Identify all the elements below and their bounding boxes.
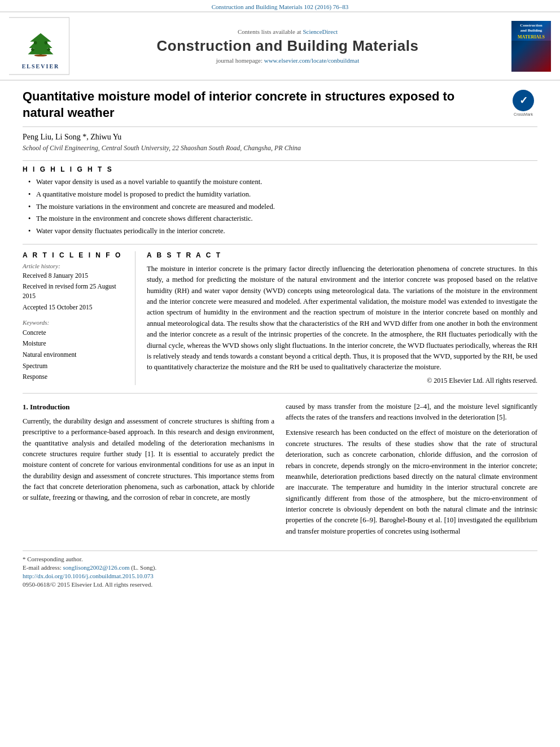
article-info-column: A R T I C L E I N F O Article history: R… <box>23 251 135 385</box>
corresponding-label: * Corresponding author. <box>23 556 83 562</box>
info-abstract-section: A R T I C L E I N F O Article history: R… <box>23 251 537 394</box>
cover-box: Constructionand Building MATERIALS <box>511 21 551 72</box>
intro-paragraph-2: caused by mass transfer from the moistur… <box>286 401 537 423</box>
journal-cover-logo: Constructionand Building MATERIALS <box>506 17 551 75</box>
science-direct-link[interactable]: ScienceDirect <box>303 28 338 35</box>
svg-marker-2 <box>28 33 54 55</box>
journal-homepage-link[interactable]: www.elsevier.com/locate/conbuildmat <box>264 57 360 64</box>
intro-paragraph-1: Currently, the durability design and ass… <box>23 416 274 504</box>
keyword-2: Moisture <box>23 338 126 350</box>
article-history-label: Article history: <box>23 263 126 269</box>
highlight-item: The moisture variations in the environme… <box>28 202 537 212</box>
crossmark-text: CrossMark <box>514 112 533 116</box>
copyright-line: © 2015 Elsevier Ltd. All rights reserved… <box>147 377 537 385</box>
elsevier-tree-icon <box>24 31 58 56</box>
highlight-item: A quantitative moisture model is propose… <box>28 189 537 200</box>
article-body: Quantitative moisture model of interior … <box>0 81 560 601</box>
article-title: Quantitative moisture model of interior … <box>23 89 509 121</box>
email-note: E-mail address: songlisong2002@126.com (… <box>23 564 537 571</box>
intro-paragraph-3: Extensive research has been conducted on… <box>286 427 537 537</box>
section-title: Introduction <box>30 403 70 411</box>
keyword-5: Response <box>23 372 126 383</box>
accepted-date: Accepted 15 October 2015 <box>23 303 126 312</box>
main-body: 1. Introduction Currently, the durabilit… <box>23 401 537 542</box>
author-email[interactable]: songlisong2002@126.com <box>63 564 129 571</box>
article-title-section: Quantitative moisture model of interior … <box>23 89 537 127</box>
received-date: Received 8 January 2015 <box>23 271 126 281</box>
journal-main-title: Construction and Building Materials <box>157 37 419 55</box>
journal-top-bar: Construction and Building Materials 102 … <box>0 0 560 11</box>
svg-point-3 <box>34 41 37 45</box>
journal-header: ELSEVIER Contents lists available at Sci… <box>0 11 560 81</box>
highlights-label: H I G H L I G H T S <box>23 160 537 173</box>
doi-link[interactable]: http://dx.doi.org/10.1016/j.conbuildmat.… <box>23 573 154 579</box>
svg-point-6 <box>47 48 50 51</box>
revised-date: Received in revised form 25 August 2015 <box>23 282 126 302</box>
issn-line: 0950-0618/© 2015 Elsevier Ltd. All right… <box>23 581 537 588</box>
intro-col-left: 1. Introduction Currently, the durabilit… <box>23 401 274 542</box>
highlight-item: Water vapor density is used as a novel v… <box>28 177 537 187</box>
svg-point-1 <box>34 54 47 56</box>
abstract-label: A B S T R A C T <box>147 251 537 259</box>
email-attribution: (L. Song). <box>131 564 156 571</box>
section-number: 1. <box>23 403 28 411</box>
elsevier-logo: ELSEVIER <box>9 17 69 75</box>
email-label: E-mail address: <box>23 564 62 571</box>
svg-point-5 <box>31 48 34 51</box>
highlight-item: The moisture in the environment and conc… <box>28 213 537 224</box>
corresponding-author-note: * Corresponding author. <box>23 556 537 562</box>
journal-citation: Construction and Building Materials 102 … <box>212 3 349 10</box>
intro-col-right: caused by mass transfer from the moistur… <box>286 401 537 542</box>
section-heading: 1. Introduction <box>23 401 274 413</box>
elsevier-brand-text: ELSEVIER <box>22 63 60 69</box>
svg-point-4 <box>45 41 48 45</box>
abstract-text: The moisture in interior concrete is the… <box>147 264 537 373</box>
journal-center: Contents lists available at ScienceDirec… <box>75 17 500 75</box>
cover-box-materials: MATERIALS <box>518 34 545 40</box>
keyword-3: Natural environment <box>23 350 126 361</box>
abstract-column: A B S T R A C T The moisture in interior… <box>147 251 537 385</box>
authors-line: Peng Liu, Li Song *, Zhiwu Yu <box>23 133 537 142</box>
journal-homepage-line: journal homepage: www.elsevier.com/locat… <box>216 57 359 64</box>
affiliation-line: School of Civil Engineering, Central Sou… <box>23 144 537 152</box>
keywords-label: Keywords: <box>23 319 126 326</box>
science-direct-line: Contents lists available at ScienceDirec… <box>238 28 338 35</box>
keyword-4: Spectrum <box>23 361 126 372</box>
keyword-1: Concrete <box>23 327 126 339</box>
crossmark-icon: ✓ <box>513 90 534 111</box>
article-footer: * Corresponding author. E-mail address: … <box>23 551 537 588</box>
article-info-label: A R T I C L E I N F O <box>23 251 126 259</box>
author-names: Peng Liu, Li Song *, Zhiwu Yu <box>23 133 121 141</box>
highlight-item: Water vapor density fluctuates periodica… <box>28 226 537 237</box>
crossmark-logo[interactable]: ✓ CrossMark <box>509 89 537 117</box>
doi-line: http://dx.doi.org/10.1016/j.conbuildmat.… <box>23 573 537 579</box>
highlights-list: Water vapor density is used as a novel v… <box>23 177 537 244</box>
cover-box-title: Constructionand Building <box>520 23 542 33</box>
